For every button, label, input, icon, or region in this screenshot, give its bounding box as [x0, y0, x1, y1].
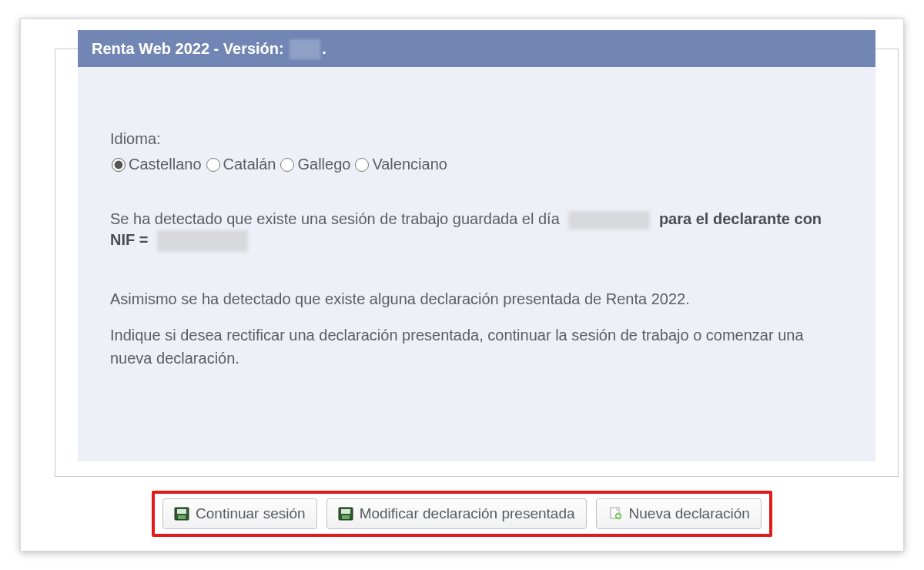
nif-redacted	[157, 230, 248, 252]
language-option-gallego[interactable]: Gallego	[279, 154, 350, 175]
session-date-redacted	[568, 211, 650, 230]
action-button-row: Continuar sesión Modificar declaración p…	[21, 491, 903, 537]
radio-valenciano[interactable]	[355, 158, 369, 172]
new-declaration-button[interactable]: Nueva declaración	[596, 498, 762, 529]
modify-declaration-label: Modificar declaración presentada	[360, 505, 575, 522]
language-option-catalan[interactable]: Catalán	[205, 154, 276, 175]
svg-rect-1	[177, 509, 186, 514]
language-option-label: Castellano	[129, 154, 202, 175]
session-detected-message: Se ha detectado que existe una sesión de…	[110, 209, 843, 252]
language-option-valenciano[interactable]: Valenciano	[353, 154, 447, 175]
language-option-castellano[interactable]: Castellano	[110, 154, 202, 175]
version-redacted	[290, 39, 320, 59]
declaration-presented-message: Asimismo se ha detectado que existe algu…	[110, 289, 843, 310]
new-document-icon	[608, 507, 623, 521]
continue-session-button[interactable]: Continuar sesión	[162, 498, 317, 529]
svg-rect-5	[342, 515, 350, 519]
diskette-icon	[174, 507, 189, 521]
instruction-message: Indique si desea rectificar una declarac…	[110, 324, 843, 370]
language-options: Castellano Catalán Gallego Valenciano	[110, 154, 843, 175]
app-window: Renta Web 2022 - Versión: . Idioma: Cast…	[20, 18, 904, 552]
new-declaration-label: Nueva declaración	[629, 505, 750, 522]
session-prefix: Se ha detectado que existe una sesión de…	[110, 210, 564, 227]
radio-catalan[interactable]	[206, 158, 220, 172]
title-bar: Renta Web 2022 - Versión: .	[78, 30, 875, 67]
svg-rect-4	[341, 509, 350, 514]
continue-session-label: Continuar sesión	[196, 505, 306, 522]
svg-rect-10	[616, 515, 620, 517]
language-label: Idioma:	[110, 129, 843, 149]
language-option-label: Valenciano	[372, 154, 447, 175]
title-text-prefix: Renta Web 2022 - Versión:	[92, 40, 288, 57]
main-panel: Idioma: Castellano Catalán Gallego Valen…	[78, 67, 875, 461]
svg-rect-2	[178, 515, 186, 519]
radio-gallego[interactable]	[280, 158, 294, 172]
title-text-suffix: .	[322, 40, 326, 57]
radio-castellano[interactable]	[112, 158, 126, 172]
modify-declaration-button[interactable]: Modificar declaración presentada	[326, 498, 587, 529]
language-option-label: Gallego	[297, 154, 350, 175]
diskette-icon	[338, 507, 353, 521]
language-option-label: Catalán	[223, 154, 276, 175]
highlight-box: Continuar sesión Modificar declaración p…	[152, 491, 772, 537]
